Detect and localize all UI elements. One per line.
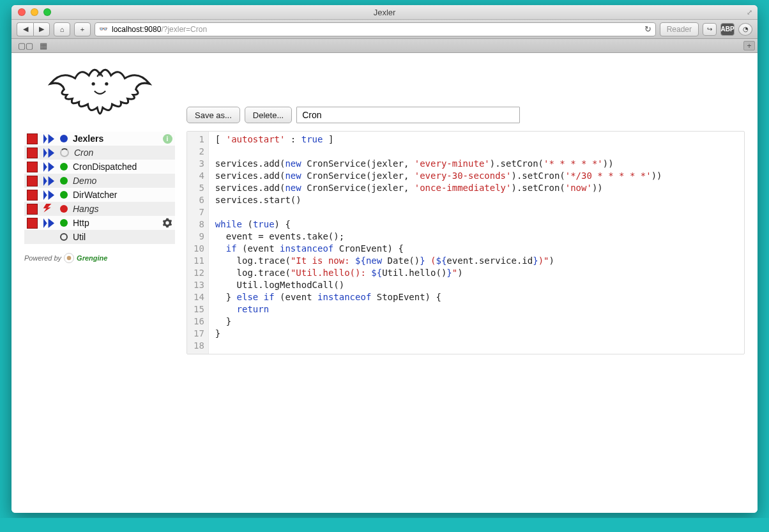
busy-spinner-icon [60,148,69,157]
book-icon[interactable]: ▢▢ [18,41,33,50]
line-number: 15 [194,303,204,315]
play-button[interactable] [43,176,55,186]
stop-button[interactable] [27,204,38,215]
code-line[interactable]: log.trace("Util.hello(): ${Util.hello()}… [215,267,662,279]
minimize-window-button[interactable] [31,8,38,16]
code-line[interactable]: } else if (event instanceof StopEvent) { [215,291,662,303]
action-row: Save as... Delete... [187,107,745,123]
grengine-link[interactable]: Grengine [77,254,107,262]
fullscreen-icon[interactable]: ⤢ [747,8,752,17]
window-title: Jexler [11,8,758,17]
jexler-row-jexlers[interactable]: Jexlersi [24,132,175,146]
zoom-window-button[interactable] [43,8,51,16]
nav-buttons: ◀ ▶ [17,22,50,36]
code-line[interactable]: } [215,315,662,328]
play-button[interactable] [43,148,55,158]
back-button[interactable]: ◀ [17,22,33,36]
powered-by: Powered by Grengine [24,253,175,263]
jexler-name-label: Util [73,232,157,242]
jexler-row-util[interactable]: Util [24,230,175,244]
forward-button[interactable]: ▶ [33,22,50,36]
code-line[interactable]: return [215,303,662,315]
save-as-button[interactable]: Save as... [187,107,240,123]
stop-button[interactable] [27,218,38,229]
code-line[interactable]: if (event instanceof CronEvent) { [215,243,662,255]
code-editor[interactable]: 123456789101112131415161718 [ 'autostart… [187,131,745,354]
line-number: 12 [194,267,204,279]
jexler-name-label: DirWatcher [73,190,157,200]
status-dot-green [60,177,68,185]
fault-icon [43,204,52,213]
jexler-name-input[interactable] [296,107,520,123]
jexler-row-crondispatched[interactable]: CronDispatched [24,160,175,174]
jexler-name-label: Hangs [73,204,157,214]
reader-glasses-icon: 👓 [99,25,108,33]
code-line[interactable]: log.trace("It is now: ${new Date()} (${e… [215,255,662,267]
jexler-row-demo[interactable]: Demo [24,174,175,188]
home-button[interactable]: ⌂ [54,22,70,36]
stop-button[interactable] [27,133,38,144]
jexler-name-label: Http [73,218,157,228]
delete-button[interactable]: Delete... [245,107,292,123]
profile-icon[interactable]: ◔ [738,23,752,36]
jexler-logo [24,61,175,132]
status-dot-blue [60,135,68,142]
jexler-row-cron[interactable]: Cron [24,146,175,160]
line-number: 4 [194,170,204,182]
url-bar[interactable]: 👓 localhost:9080/?jexler=Cron ↻ [95,22,656,36]
play-button[interactable] [43,190,55,201]
share-icon[interactable]: ↪ [703,23,717,36]
line-number: 8 [194,218,204,231]
line-number: 2 [194,146,204,158]
line-number: 18 [194,340,204,352]
code-line[interactable]: [ 'autostart' : true ] [215,133,662,146]
code-line[interactable] [215,340,662,352]
info-icon[interactable]: i [163,134,172,144]
line-number: 9 [194,231,204,243]
stop-button[interactable] [27,190,38,201]
play-button[interactable] [43,162,55,172]
abp-icon[interactable]: ABP [720,23,735,36]
status-dot-green [60,219,68,227]
code-line[interactable]: services.add(new CronService(jexler, 'ev… [215,170,662,182]
reload-icon[interactable]: ↻ [644,24,651,34]
add-bookmark-button[interactable]: + [74,22,91,36]
url-host: localhost:9080 [112,25,161,34]
jexler-row-hangs[interactable]: Hangs [24,202,175,216]
code-line[interactable]: services.start() [215,194,662,206]
svg-point-1 [105,82,108,86]
close-window-button[interactable] [18,8,26,16]
stop-button[interactable] [27,148,38,158]
browser-toolbar: ◀ ▶ ⌂ + 👓 localhost:9080/?jexler=Cron ↻ … [11,20,758,39]
code-line[interactable] [215,206,662,218]
jexler-name-label: Jexlers [73,133,157,144]
sidebar: JexlersiCronCronDispatchedDemoDirWatcher… [24,61,175,500]
grid-icon[interactable]: ▦ [40,41,47,50]
new-tab-button[interactable]: + [743,41,755,50]
code-line[interactable]: } [215,328,662,340]
stop-button[interactable] [27,162,38,172]
code-line[interactable]: services.add(new CronService(jexler, 'ev… [215,158,662,170]
reader-button[interactable]: Reader [660,22,699,36]
traffic-lights [11,8,51,16]
powered-prefix: Powered by [24,254,61,262]
code-line[interactable]: while (true) { [215,218,662,231]
line-number: 13 [194,279,204,291]
code-line[interactable] [215,146,662,158]
code-area[interactable]: [ 'autostart' : true ]services.add(new C… [209,132,669,354]
line-number: 17 [194,328,204,340]
fault-icon-wrap [43,204,55,215]
status-dot-green [60,163,68,171]
line-number: 11 [194,255,204,267]
jexler-row-http[interactable]: Http [24,216,175,230]
code-line[interactable]: Util.logMethodCall() [215,279,662,291]
stop-button[interactable] [27,176,38,186]
code-line[interactable]: event = events.take(); [215,231,662,243]
jexler-row-dirwatcher[interactable]: DirWatcher [24,188,175,202]
play-button[interactable] [43,218,55,229]
code-line[interactable]: services.add(new CronService(jexler, 'on… [215,182,662,194]
line-number: 6 [194,194,204,206]
browser-window: Jexler ⤢ ◀ ▶ ⌂ + 👓 localhost:9080/?jexle… [11,5,758,513]
settings-icon[interactable] [162,218,172,228]
play-button[interactable] [43,133,55,144]
